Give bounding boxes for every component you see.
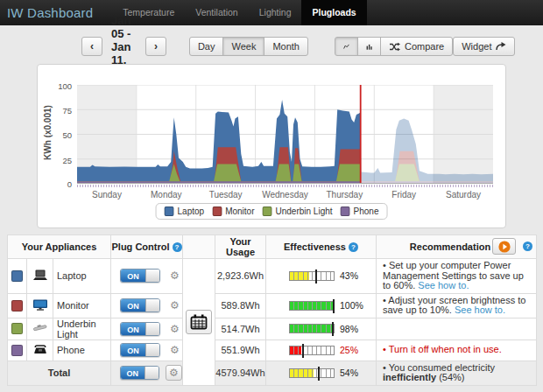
y-tick-25: 25: [49, 156, 72, 165]
table-row-underbin-light: Underbin Light ON ⚙ 514.7Wh 98%: [8, 318, 537, 340]
header-calendar-spacer: [183, 235, 215, 259]
phone-effectiveness-pct: 25%: [340, 345, 358, 355]
appliance-name: Monitor: [53, 293, 111, 318]
appliance-name: Phone: [53, 340, 111, 360]
total-plug-toggle[interactable]: ON: [120, 366, 159, 380]
bar-chart-button[interactable]: [357, 37, 381, 56]
gear-icon: ⚙: [169, 368, 179, 378]
y-tick-50: 50: [49, 130, 72, 140]
view-day-button[interactable]: Day: [189, 37, 224, 56]
monitor-color-swatch: [11, 300, 23, 312]
monitor-effectiveness-bar: [289, 301, 335, 311]
see-how-to-link[interactable]: See how to.: [455, 304, 505, 315]
legend-swatch: [165, 206, 174, 216]
table-row-total: Total ON ⚙ 4579.94Wh 54% • You consumed …: [8, 360, 537, 385]
total-recommendation: • You consumed electricity inefficiently…: [377, 360, 537, 385]
legend-item-monitor[interactable]: Monitor: [212, 206, 254, 216]
app-logo: IW Dashboard: [0, 5, 102, 20]
total-effectiveness-bar: [289, 368, 335, 378]
underbin-light-color-swatch: [11, 323, 23, 334]
header-your-usage: Your Usage: [215, 235, 266, 259]
total-settings-gear-button[interactable]: ⚙: [166, 365, 182, 381]
usage-chart-card: KWh (x0.001) 100 75 50 25 0 SundayMonday…: [37, 64, 506, 228]
nav-tab-plugloads[interactable]: Plugloads: [301, 0, 366, 25]
legend-swatch: [262, 206, 272, 216]
underbin-light-effectiveness-bar: [289, 324, 335, 333]
y-tick-100: 100: [49, 81, 72, 91]
table-row-laptop: Laptop ON ⚙ 2,923.6Wh 43% • Set up your …: [8, 259, 537, 294]
phone-usage: 551.9Wh: [215, 340, 266, 360]
laptop-icon: [32, 270, 48, 281]
underbin-light-usage: 514.7Wh: [215, 318, 266, 340]
nav-tabs: Temperature Ventilation Lighting Plugloa…: [112, 0, 366, 25]
view-toggle-group: Day Week Month: [189, 37, 308, 56]
widget-button[interactable]: Widget: [453, 37, 515, 56]
play-recommendations-button[interactable]: [492, 238, 516, 255]
view-month-button[interactable]: Month: [264, 37, 308, 56]
schedule-calendar-button[interactable]: [186, 310, 212, 334]
prev-week-button[interactable]: ‹: [81, 37, 102, 56]
phone-effectiveness-bar: [289, 346, 335, 355]
calendar-icon: [190, 314, 208, 330]
compare-button[interactable]: Compare: [380, 37, 453, 56]
phone-settings-gear-icon[interactable]: ⚙: [170, 345, 180, 355]
legend-item-laptop[interactable]: Laptop: [165, 206, 205, 216]
header-recommendation: Recommendation? ?: [377, 235, 537, 259]
legend-item-underbin-light[interactable]: Underbin Light: [262, 206, 332, 216]
total-label: Total: [8, 360, 111, 385]
laptop-settings-gear-icon[interactable]: ⚙: [170, 270, 180, 281]
underbin-light-plug-toggle[interactable]: ON: [120, 322, 160, 336]
compare-label: Compare: [405, 41, 444, 52]
appliance-name: Laptop: [53, 259, 111, 294]
header-effectiveness: Effectiveness?: [266, 235, 377, 259]
legend-item-phone[interactable]: Phone: [341, 206, 379, 216]
view-week-button[interactable]: Week: [222, 37, 264, 56]
line-chart-icon: [343, 42, 349, 52]
chart-legend: LaptopMonitorUnderbin LightPhone: [156, 203, 388, 220]
header-plug-control: Plug Control?: [111, 235, 183, 259]
effectiveness-help-icon[interactable]: ?: [349, 242, 358, 252]
y-tick-0: 0: [49, 179, 72, 189]
line-chart-button[interactable]: [335, 37, 358, 56]
phone-color-swatch: [11, 345, 23, 356]
monitor-icon: [32, 299, 48, 311]
x-axis-tick-strip: [77, 185, 493, 187]
underbin-light-icon: [32, 322, 48, 333]
underbin-light-effectiveness-pct: 98%: [340, 324, 358, 334]
play-help-icon[interactable]: ?: [523, 242, 532, 251]
total-effectiveness-pct: 54%: [340, 368, 358, 378]
monitor-effectiveness-pct: 100%: [340, 300, 363, 311]
widget-share-arrow-icon: [496, 42, 506, 51]
underbin-light-recommendation: [377, 318, 537, 340]
table-row-phone: Phone ON ⚙ 551.9Wh 25% • Turn it off whe…: [8, 340, 537, 360]
plot-svg: [77, 85, 493, 184]
play-icon: [498, 241, 511, 253]
nav-tab-ventilation[interactable]: Ventilation: [185, 0, 248, 25]
table-header-row: Your Appliances Plug Control? Your Usage…: [8, 235, 537, 259]
compare-shuffle-icon: [389, 42, 400, 52]
plug-control-help-icon[interactable]: ?: [173, 242, 182, 252]
appliance-name: Underbin Light: [53, 318, 111, 340]
bar-chart-icon: [366, 42, 372, 52]
y-tick-75: 75: [49, 106, 72, 116]
widget-label: Widget: [462, 41, 491, 52]
total-usage: 4579.94Wh: [215, 360, 266, 385]
nav-tab-lighting[interactable]: Lighting: [249, 0, 302, 25]
laptop-recommendation: • Set up your computer Power Management …: [377, 259, 537, 294]
table-row-monitor: Monitor ON ⚙ 589.8Wh 100% • Adjust your …: [8, 293, 537, 318]
next-week-button[interactable]: ›: [145, 37, 166, 56]
see-how-to-link[interactable]: See how to.: [418, 280, 469, 290]
monitor-recommendation: • Adjust your screen brightness to save …: [377, 293, 537, 318]
laptop-plug-toggle[interactable]: ON: [120, 269, 160, 283]
phone-icon: [33, 344, 47, 354]
underbin-light-settings-gear-icon[interactable]: ⚙: [170, 324, 180, 334]
laptop-effectiveness-bar: [289, 271, 335, 281]
x-axis-label-saturday: Saturday: [428, 190, 498, 200]
laptop-color-swatch: [11, 270, 23, 282]
monitor-plug-toggle[interactable]: ON: [120, 298, 160, 312]
phone-plug-toggle[interactable]: ON: [120, 343, 160, 357]
top-nav: IW Dashboard Temperature Ventilation Lig…: [0, 0, 543, 25]
monitor-settings-gear-icon[interactable]: ⚙: [170, 300, 180, 311]
appliance-table: Your Appliances Plug Control? Your Usage…: [7, 234, 537, 386]
toolbar: ‹ Jan 05 - Jan 11, 2014 › Day Week Month…: [0, 36, 543, 57]
